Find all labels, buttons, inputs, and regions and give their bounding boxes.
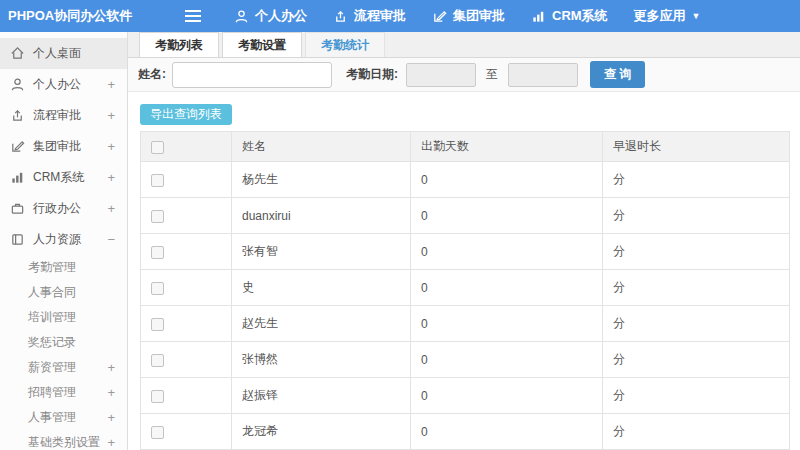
main-content: 考勤列表 考勤设置 考勤统计 姓名: 考勤日期: 至 查 询 导出查询列表 <box>128 32 800 450</box>
cell-days: 0 <box>411 378 603 414</box>
sidebar-item-label: CRM系统 <box>33 169 84 186</box>
app-title: PHPOA协同办公软件 <box>0 7 128 25</box>
topnav-personal-office[interactable]: 个人办公 <box>234 7 307 25</box>
sidebar-subitem-label: 基础类别设置 <box>28 434 100 450</box>
topnav-more-apps[interactable]: 更多应用 ▼ <box>634 7 701 25</box>
cell-early-leave: 分 <box>603 378 790 414</box>
sidebar-subitem-hr-contract[interactable]: 人事合同 <box>0 280 127 305</box>
topnav-crm-system[interactable]: CRM系统 <box>531 7 608 25</box>
row-checkbox[interactable] <box>151 390 164 403</box>
briefcase-icon <box>10 201 25 216</box>
export-list-button[interactable]: 导出查询列表 <box>140 104 232 125</box>
tab-label: 考勤列表 <box>155 37 203 54</box>
sidebar-subitem-training[interactable]: 培训管理 <box>0 305 127 330</box>
select-all-cell <box>141 132 232 162</box>
bar-chart-icon <box>10 170 25 185</box>
tab-attendance-list[interactable]: 考勤列表 <box>139 32 219 57</box>
sidebar-item-label: 流程审批 <box>33 107 81 124</box>
workflow-icon <box>10 108 25 123</box>
sidebar-item-human-resources[interactable]: 人力资源 − <box>0 224 127 255</box>
sidebar-item-label: 行政办公 <box>33 200 81 217</box>
sidebar-item-desktop[interactable]: 个人桌面 <box>0 38 127 69</box>
expand-plus-icon[interactable]: + <box>107 77 115 92</box>
date-to-label: 至 <box>486 66 498 83</box>
sidebar-subitem-personnel[interactable]: 人事管理 + <box>0 405 127 430</box>
tab-bar: 考勤列表 考勤设置 考勤统计 <box>128 32 800 58</box>
expand-plus-icon[interactable]: + <box>107 410 115 425</box>
hamburger-menu-icon[interactable] <box>184 9 202 23</box>
sidebar-subitem-label: 人事管理 <box>28 409 76 426</box>
column-header-name: 姓名 <box>232 132 411 162</box>
cell-days: 0 <box>411 234 603 270</box>
expand-plus-icon[interactable]: + <box>107 139 115 154</box>
name-input[interactable] <box>172 62 332 88</box>
sidebar-item-group-approval[interactable]: 集团审批 + <box>0 131 127 162</box>
cell-name: 赵先生 <box>232 306 411 342</box>
row-checkbox[interactable] <box>151 174 164 187</box>
cell-days: 0 <box>411 414 603 450</box>
sidebar-subitem-base-category[interactable]: 基础类别设置 + <box>0 430 127 450</box>
sidebar-subitem-salary[interactable]: 薪资管理 + <box>0 355 127 380</box>
expand-plus-icon[interactable]: + <box>107 170 115 185</box>
edit-icon <box>10 139 25 154</box>
table-row: 龙冠希 0 分 <box>141 414 790 450</box>
topnav-label: 更多应用 <box>634 7 686 25</box>
expand-plus-icon[interactable]: + <box>107 360 115 375</box>
table-row: 张博然 0 分 <box>141 342 790 378</box>
sidebar-item-label: 集团审批 <box>33 138 81 155</box>
expand-plus-icon[interactable]: + <box>107 108 115 123</box>
sidebar-item-label: 人力资源 <box>33 231 81 248</box>
expand-plus-icon[interactable]: + <box>107 201 115 216</box>
sidebar-item-label: 个人桌面 <box>33 45 81 62</box>
topnav-label: 集团审批 <box>453 7 505 25</box>
table-row: 史 0 分 <box>141 270 790 306</box>
select-all-checkbox[interactable] <box>151 141 164 154</box>
caret-down-icon: ▼ <box>692 12 701 21</box>
row-checkbox[interactable] <box>151 282 164 295</box>
collapse-minus-icon[interactable]: − <box>107 232 115 247</box>
sidebar-item-personal-office[interactable]: 个人办公 + <box>0 69 127 100</box>
sidebar-subitem-recruitment[interactable]: 招聘管理 + <box>0 380 127 405</box>
top-nav: 个人办公 流程审批 集团审批 CRM系统 更多应用 ▼ <box>234 7 701 25</box>
cell-days: 0 <box>411 162 603 198</box>
cell-name: 龙冠希 <box>232 414 411 450</box>
filter-bar: 姓名: 考勤日期: 至 查 询 <box>128 58 800 91</box>
cell-days: 0 <box>411 342 603 378</box>
sidebar-item-workflow-approval[interactable]: 流程审批 + <box>0 100 127 131</box>
tab-label: 考勤统计 <box>321 37 369 54</box>
row-checkbox[interactable] <box>151 210 164 223</box>
cell-early-leave: 分 <box>603 198 790 234</box>
row-checkbox[interactable] <box>151 246 164 259</box>
row-checkbox[interactable] <box>151 354 164 367</box>
sidebar-item-admin-office[interactable]: 行政办公 + <box>0 193 127 224</box>
tab-attendance-statistics[interactable]: 考勤统计 <box>305 32 385 57</box>
cell-early-leave: 分 <box>603 342 790 378</box>
topnav-group-approval[interactable]: 集团审批 <box>432 7 505 25</box>
sidebar-item-crm-system[interactable]: CRM系统 + <box>0 162 127 193</box>
sidebar-subitem-label: 考勤管理 <box>28 259 76 276</box>
row-checkbox[interactable] <box>151 318 164 331</box>
sidebar-subitem-attendance[interactable]: 考勤管理 <box>0 255 127 280</box>
date-from-input[interactable] <box>406 63 476 87</box>
tab-attendance-settings[interactable]: 考勤设置 <box>222 32 302 57</box>
search-button[interactable]: 查 询 <box>590 61 645 88</box>
expand-plus-icon[interactable]: + <box>107 385 115 400</box>
top-bar: PHPOA协同办公软件 个人办公 流程审批 集团审批 CRM系统 <box>0 0 800 32</box>
table-row: 赵先生 0 分 <box>141 306 790 342</box>
cell-days: 0 <box>411 198 603 234</box>
main-layout: 个人桌面 个人办公 + 流程审批 + 集团审批 + <box>0 32 800 450</box>
cell-early-leave: 分 <box>603 234 790 270</box>
topnav-workflow-approval[interactable]: 流程审批 <box>333 7 406 25</box>
sidebar-subitem-label: 奖惩记录 <box>28 334 76 351</box>
cell-name: duanxirui <box>232 198 411 234</box>
sidebar-subitem-rewards[interactable]: 奖惩记录 <box>0 330 127 355</box>
cell-name: 杨先生 <box>232 162 411 198</box>
user-icon <box>234 9 249 24</box>
expand-plus-icon[interactable]: + <box>107 435 115 450</box>
date-to-input[interactable] <box>508 63 578 87</box>
column-header-early-leave: 早退时长 <box>603 132 790 162</box>
name-label: 姓名: <box>138 66 166 83</box>
edit-icon <box>432 9 447 24</box>
table-header-row: 姓名 出勤天数 早退时长 <box>141 132 790 162</box>
row-checkbox[interactable] <box>151 426 164 439</box>
